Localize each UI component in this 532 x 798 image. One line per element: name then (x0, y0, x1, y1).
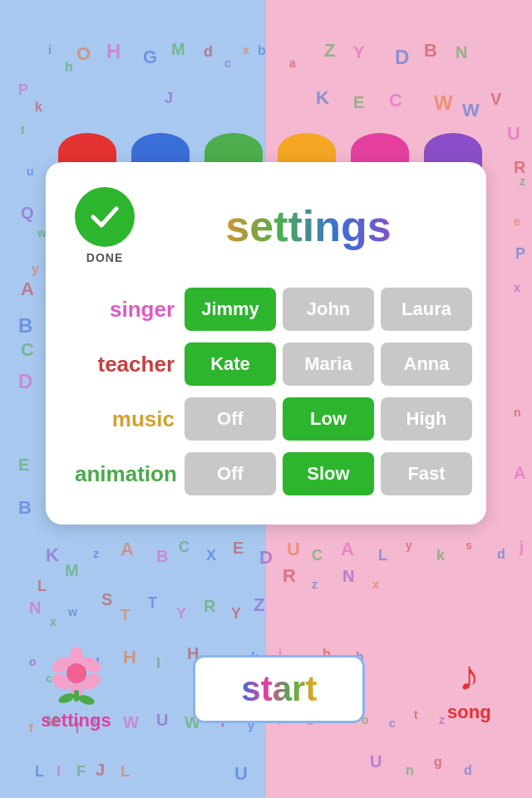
start-button[interactable]: start (193, 655, 365, 723)
song-nav-item[interactable]: ♪ song (447, 655, 491, 723)
option-btn-laura[interactable]: Laura (381, 288, 472, 331)
option-btn-anna[interactable]: Anna (381, 342, 472, 386)
option-btn-high[interactable]: High (381, 397, 472, 441)
settings-row-animation: animationOffSlowFast (75, 452, 457, 495)
done-circle (75, 187, 135, 247)
row-label-singer: singer (75, 297, 175, 323)
checkmark-icon (88, 200, 121, 234)
settings-nav-label: settings (41, 710, 111, 732)
option-btn-off[interactable]: Off (185, 452, 276, 495)
btn-group-singer: JimmyJohnLaura (185, 288, 472, 331)
bottom-nav: settings start ♪ song (0, 647, 532, 732)
option-btn-low[interactable]: Low (283, 397, 374, 441)
settings-row-music: musicOffLowHigh (75, 397, 457, 441)
svg-point-6 (66, 663, 86, 683)
settings-nav-item[interactable]: settings (41, 647, 111, 732)
done-label: DONE (86, 251, 123, 264)
settings-row-teacher: teacherKateMariaAnna (75, 342, 457, 386)
option-btn-kate[interactable]: Kate (185, 342, 276, 386)
svg-rect-7 (74, 690, 79, 702)
option-btn-jimmy[interactable]: Jimmy (185, 288, 276, 331)
btn-group-animation: OffSlowFast (185, 452, 472, 495)
option-btn-off[interactable]: Off (185, 397, 276, 441)
flower-icon (52, 647, 101, 705)
option-btn-fast[interactable]: Fast (381, 452, 472, 495)
settings-dialog: DONE settings singerJimmyJohnLaurateache… (46, 162, 486, 525)
start-label: start (241, 669, 317, 708)
option-btn-slow[interactable]: Slow (283, 452, 374, 495)
settings-row-singer: singerJimmyJohnLaura (75, 288, 457, 331)
row-label-teacher: teacher (75, 352, 175, 377)
option-btn-maria[interactable]: Maria (283, 342, 374, 386)
row-label-animation: animation (75, 461, 175, 487)
settings-rows: singerJimmyJohnLaurateacherKateMariaAnna… (75, 288, 457, 495)
btn-group-teacher: KateMariaAnna (185, 342, 472, 386)
main-content: DONE settings singerJimmyJohnLaurateache… (0, 0, 532, 798)
option-btn-john[interactable]: John (283, 288, 374, 331)
dialog-title: settings (160, 201, 457, 251)
music-note-icon: ♪ (459, 655, 480, 697)
done-button[interactable]: DONE (75, 187, 135, 264)
row-label-music: music (75, 406, 175, 432)
btn-group-music: OffLowHigh (185, 397, 472, 441)
song-nav-label: song (447, 702, 491, 723)
dialog-header: DONE settings (75, 187, 457, 264)
